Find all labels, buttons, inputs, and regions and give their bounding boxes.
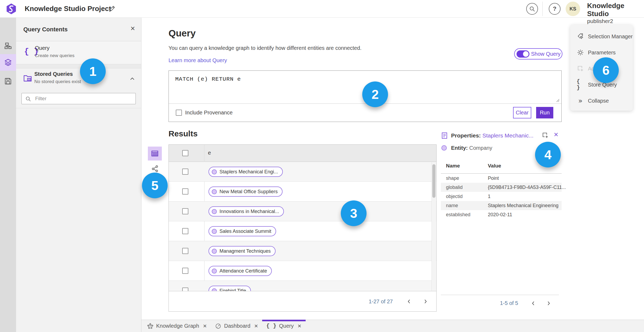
dashboard-gauge-icon	[215, 323, 221, 329]
stored-queries-subtitle: No stored queries exist	[34, 79, 81, 84]
name-column-header: Name	[446, 163, 460, 169]
property-row: objectid 1	[441, 192, 562, 201]
select-all-checkbox[interactable]	[182, 150, 188, 156]
stored-queries-folder-icon	[23, 73, 32, 82]
results-table-body: Staplers Mechanical Engi... New Metal Of…	[169, 162, 436, 291]
annotation-circle-3: 3	[341, 200, 367, 226]
table-row: Innovations in Mechanical...	[169, 202, 436, 221]
results-prev-page-button[interactable]	[405, 297, 414, 306]
learn-more-link[interactable]: Learn more about Query	[169, 57, 227, 64]
row-checkbox[interactable]	[182, 248, 188, 254]
property-row: name Staplers Mechanical Engineering	[441, 201, 562, 210]
add-frame-icon	[577, 65, 584, 72]
query-contents-panel: Query Contents ✕ { } Query Create new qu…	[16, 18, 141, 332]
user-role: publisher2	[587, 18, 644, 24]
entity-label: Entity: Company	[451, 145, 492, 151]
link-chart-view-button[interactable]	[151, 165, 159, 173]
properties-page-range: 1-5 of 5	[500, 300, 518, 306]
properties-next-page-button[interactable]	[544, 299, 553, 308]
stored-queries-header[interactable]: Stored Queries No stored queries exist	[16, 68, 141, 89]
entity-pill[interactable]: Staplers Mechanical Engi...	[208, 167, 283, 177]
rail-save-button[interactable]	[0, 73, 16, 89]
question-mark-icon: ?	[553, 5, 556, 12]
entity-pill[interactable]: Managment Techniques	[208, 246, 276, 256]
entity-pill[interactable]: Firebird Title	[208, 286, 251, 291]
results-page-range: 1-27 of 27	[369, 299, 393, 305]
query-description: You can query a knowledge graph to ident…	[169, 45, 361, 51]
entity-pill[interactable]: New Metal Office Suppliers	[208, 186, 283, 197]
table-row: Managment Techniques	[169, 241, 436, 261]
close-properties-icon[interactable]: ✕	[554, 131, 558, 138]
clear-button[interactable]: Clear	[513, 107, 531, 118]
user-avatar[interactable]: KS	[566, 2, 580, 16]
row-checkbox[interactable]	[182, 228, 188, 234]
table-view-icon	[151, 150, 159, 158]
properties-prev-page-button[interactable]	[529, 299, 538, 308]
entity-pill[interactable]: Attendance Certificate	[208, 266, 272, 276]
tab-dashboard[interactable]: Dashboard ✕	[211, 320, 262, 332]
rail-layers-button[interactable]	[0, 54, 16, 71]
add-to-map-icon[interactable]	[542, 132, 549, 139]
selection-manager-item[interactable]: Selection Manager	[570, 28, 633, 44]
panel-divider	[16, 108, 141, 108]
entity-pill[interactable]: Innovations in Mechanical...	[208, 206, 284, 217]
properties-title: Properties: Staplers Mechanic...	[451, 132, 533, 139]
table-view-button[interactable]	[148, 147, 162, 161]
help-button[interactable]: ?	[549, 3, 561, 15]
filter-input[interactable]	[35, 93, 134, 104]
tab-knowledge-graph[interactable]: Knowledge Graph ✕	[143, 320, 211, 332]
annotation-circle-2: 2	[362, 81, 388, 107]
query-contents-header: Query Contents ✕	[16, 18, 141, 41]
results-table: e Staplers Mechanical Engi... New Metal …	[169, 144, 437, 312]
rail-data-model-button[interactable]	[0, 38, 16, 54]
row-checkbox[interactable]	[182, 208, 188, 214]
entity-dot-icon	[212, 189, 217, 194]
close-tab-icon[interactable]: ✕	[253, 323, 258, 329]
search-button[interactable]	[526, 3, 538, 15]
search-icon	[529, 6, 535, 12]
results-pagination: 1-27 of 27	[169, 291, 436, 312]
project-title: Knowledge Studio Project	[25, 5, 111, 13]
user-info: Knowledge Studio publisher2	[587, 2, 644, 24]
results-next-page-button[interactable]	[421, 297, 430, 306]
include-provenance-checkbox[interactable]	[176, 110, 182, 116]
properties-header: Properties: Staplers Mechanic... ✕	[441, 131, 562, 143]
row-checkbox[interactable]	[182, 188, 188, 195]
edit-title-pencil-icon[interactable]	[108, 5, 115, 12]
braces-icon: { }	[266, 323, 276, 329]
close-tab-icon[interactable]: ✕	[296, 323, 301, 329]
results-scrollbar-track	[431, 162, 436, 291]
query-item-subtitle: Create new queries	[35, 53, 74, 58]
resize-handle-icon[interactable]	[555, 98, 560, 102]
close-panel-icon[interactable]: ✕	[130, 25, 135, 32]
toggle-knob	[523, 51, 529, 57]
toggle-switch[interactable]	[517, 50, 529, 58]
app-logo-icon	[6, 3, 16, 14]
top-bar: Knowledge Studio Project ? KS Knowledge …	[0, 0, 644, 18]
show-query-toggle[interactable]: Show Query	[514, 48, 562, 59]
run-button[interactable]: Run	[536, 107, 553, 118]
tab-query[interactable]: { } Query ✕	[262, 320, 305, 332]
topbar-divider	[542, 2, 543, 16]
row-checkbox[interactable]	[182, 268, 188, 274]
query-item-title: Query	[35, 45, 49, 51]
entity-dot-icon	[212, 288, 217, 291]
link-chart-view-icon	[151, 165, 159, 173]
query-item[interactable]: { } Query Create new queries	[16, 41, 141, 64]
property-row: established 2020-02-11	[441, 210, 562, 219]
tag-cursor-icon	[577, 33, 584, 40]
properties-entity-link[interactable]: Staplers Mechanic...	[482, 132, 533, 139]
gear-icon	[577, 49, 584, 56]
entity-pill[interactable]: Sales Associate Summit	[208, 226, 276, 236]
collapse-item[interactable]: » Collapse	[570, 93, 633, 109]
entity-dot-icon	[212, 229, 217, 234]
row-checkbox[interactable]	[182, 288, 188, 291]
chevron-left-icon	[406, 299, 412, 304]
row-checkbox[interactable]	[182, 169, 188, 175]
query-contents-title: Query Contents	[23, 26, 68, 33]
close-tab-icon[interactable]: ✕	[202, 323, 207, 329]
stored-queries-title: Stored Queries	[34, 71, 73, 77]
results-scrollbar-thumb[interactable]	[432, 164, 436, 198]
knowledge-studio-app: Knowledge Studio Project ? KS Knowledge …	[0, 0, 644, 332]
collapse-caret-icon[interactable]	[129, 75, 136, 82]
